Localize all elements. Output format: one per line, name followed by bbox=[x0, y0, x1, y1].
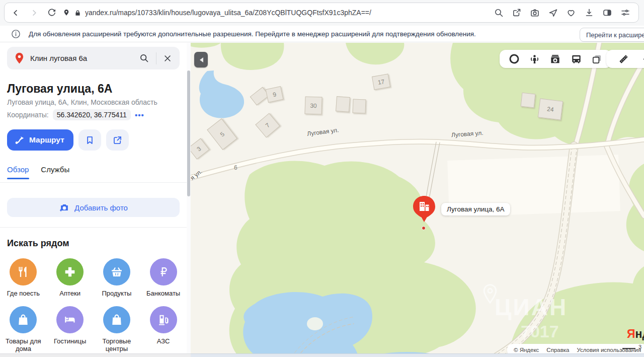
favorites-icon[interactable] bbox=[566, 8, 576, 18]
search-input[interactable]: Клин луговая 6а bbox=[7, 47, 180, 69]
nearby-category[interactable]: Товары для дома bbox=[0, 304, 47, 352]
divider bbox=[0, 227, 187, 228]
placemark-label[interactable]: Луговая улица, 6А bbox=[441, 203, 510, 216]
route-button[interactable]: Маршрут bbox=[7, 129, 73, 151]
nearby-category[interactable]: АЗС bbox=[140, 304, 187, 352]
map-scale-label: 3 bbox=[638, 344, 641, 350]
watermark-title: ЦИАН bbox=[495, 294, 568, 321]
share-button[interactable] bbox=[106, 129, 129, 151]
map-house[interactable] bbox=[353, 99, 366, 114]
nearby-category-label: АЗС bbox=[157, 337, 170, 345]
nearby-category[interactable]: Аптеки bbox=[47, 256, 94, 297]
browser-actions bbox=[493, 8, 638, 18]
mall-icon bbox=[103, 306, 130, 333]
panoramas-icon[interactable] bbox=[529, 53, 541, 65]
tab-overview[interactable]: Обзор bbox=[7, 165, 29, 174]
external-link-icon bbox=[112, 135, 123, 146]
browser-nav bbox=[5, 8, 57, 18]
sidepanel-icon[interactable] bbox=[602, 8, 612, 18]
coords-value[interactable]: 56.342620, 36.775411 bbox=[53, 109, 131, 120]
bookmark-icon bbox=[85, 135, 95, 146]
forward-icon[interactable] bbox=[29, 8, 39, 18]
scrollbar-thumb[interactable] bbox=[187, 70, 190, 196]
photos-icon[interactable] bbox=[549, 53, 561, 65]
bag-icon bbox=[10, 306, 37, 333]
add-photo-button[interactable]: Добавить фото bbox=[7, 198, 180, 217]
go-to-extensions-button[interactable]: Перейти к расшире bbox=[580, 28, 644, 42]
settings-icon[interactable] bbox=[620, 8, 630, 18]
nearby-category[interactable]: Где поесть bbox=[0, 256, 47, 297]
chevron-left-icon bbox=[197, 57, 203, 62]
ruler-icon[interactable] bbox=[617, 53, 629, 65]
route-icon bbox=[14, 134, 25, 146]
route-label: Маршрут bbox=[29, 135, 64, 145]
more-icon[interactable] bbox=[641, 53, 644, 65]
help-link[interactable]: Справка bbox=[546, 347, 569, 353]
downloads-icon[interactable] bbox=[584, 8, 594, 18]
nearby-category-label: Торговые центры bbox=[95, 337, 138, 352]
back-icon[interactable] bbox=[11, 8, 21, 18]
copyright: © Яндекс bbox=[514, 347, 539, 353]
map-house[interactable]: 30 bbox=[304, 96, 322, 114]
mirrors-icon[interactable] bbox=[591, 53, 603, 65]
nearby-categories: Где поестьАптекиПродуктыБанкоматыТовары … bbox=[0, 256, 187, 357]
camera-add-icon bbox=[59, 202, 70, 213]
bottom-strip-left bbox=[0, 353, 191, 357]
map-house[interactable] bbox=[336, 96, 350, 112]
yandex-logo: Янд bbox=[627, 327, 644, 341]
place-address: Луговая улица, 6А, Клин, Московская обла… bbox=[7, 98, 157, 106]
extension-notification-bar: Для обновления расширений требуются допо… bbox=[0, 26, 644, 42]
coords-more-button[interactable]: ••• bbox=[135, 111, 144, 119]
transport-icon[interactable] bbox=[570, 53, 582, 65]
bookmark-button[interactable] bbox=[78, 129, 101, 151]
search-query[interactable]: Клин луговая 6а bbox=[30, 54, 139, 62]
geopin-icon bbox=[63, 9, 70, 17]
pharmacy-icon bbox=[56, 258, 84, 285]
nearby-category-label: Аптеки bbox=[59, 290, 80, 297]
yandex-logo-rest: нд bbox=[635, 327, 644, 340]
info-icon bbox=[11, 29, 21, 39]
fuel-icon bbox=[150, 306, 177, 333]
map-scale-bar bbox=[622, 348, 635, 349]
watermark-code: 7017 bbox=[521, 322, 559, 341]
sidebar: Клин луговая 6а Луговая улица, 6А Лугова… bbox=[0, 43, 187, 357]
nearby-category[interactable]: Торговые центры bbox=[94, 304, 140, 352]
restaurant-icon bbox=[10, 258, 37, 285]
nearby-category[interactable]: Гостиницы bbox=[47, 304, 94, 352]
placemark-dot bbox=[422, 226, 426, 230]
placemark[interactable] bbox=[413, 195, 436, 224]
send-icon[interactable] bbox=[547, 8, 558, 18]
nearby-heading: Искать рядом bbox=[7, 238, 69, 249]
search-icon[interactable] bbox=[493, 8, 504, 18]
search-icon[interactable] bbox=[139, 53, 149, 63]
close-icon[interactable] bbox=[163, 54, 172, 63]
nearby-category[interactable]: Продукты bbox=[94, 256, 140, 297]
page-title: Луговая улица, 6А bbox=[7, 82, 112, 96]
address-bar[interactable]: yandex.ru/maps/10733/klin/house/lugovaya… bbox=[4, 3, 639, 23]
nearby-category[interactable]: Банкоматы bbox=[140, 256, 187, 297]
active-tab-underline bbox=[7, 178, 29, 179]
nearby-category-label: Товары для дома bbox=[2, 337, 45, 352]
nearby-category-label: Гостиницы bbox=[54, 337, 86, 345]
nearby-category-label: Банкоматы bbox=[146, 290, 180, 297]
nearby-category-label: Продукты bbox=[102, 290, 132, 297]
screenshot-icon[interactable] bbox=[529, 8, 540, 18]
urlbar-icons bbox=[63, 9, 81, 17]
yandex-logo-letter: Я bbox=[627, 327, 635, 340]
url-text[interactable]: yandex.ru/maps/10733/klin/house/lugovaya… bbox=[85, 9, 371, 17]
layers-icon[interactable] bbox=[508, 53, 520, 65]
collapse-sidebar-button[interactable] bbox=[194, 52, 208, 67]
hotel-icon bbox=[56, 306, 84, 333]
map-house-number: 6 bbox=[234, 164, 237, 171]
map-tools bbox=[606, 50, 644, 68]
map-house[interactable]: 17 bbox=[372, 74, 390, 90]
collections-icon[interactable] bbox=[511, 8, 522, 18]
tab-services[interactable]: Службы bbox=[41, 165, 69, 174]
map-house[interactable]: 24 bbox=[538, 98, 563, 120]
map-canvas[interactable]: 17930753246 Луговая ул.Луговая ул.я ул. … bbox=[191, 43, 644, 357]
map-house[interactable] bbox=[521, 93, 536, 108]
notification-message: Для обновления расширений требуются допо… bbox=[29, 30, 476, 38]
add-photo-label: Добавить фото bbox=[74, 203, 128, 212]
reload-icon[interactable] bbox=[47, 8, 57, 18]
divider bbox=[0, 182, 187, 183]
